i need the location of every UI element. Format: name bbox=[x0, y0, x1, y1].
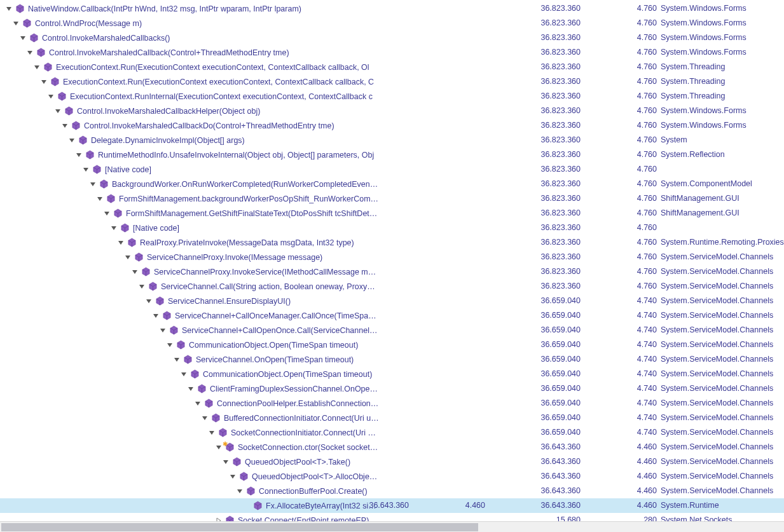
function-name: ServiceChannel.OnOpen(TimeSpan timeout) bbox=[196, 355, 354, 364]
tree-row[interactable]: ServiceChannelProxy.Invoke(IMessage mess… bbox=[0, 250, 784, 264]
scrollbar-thumb[interactable] bbox=[1, 523, 478, 531]
collapse-toggle-icon[interactable] bbox=[166, 341, 174, 349]
tree-row[interactable]: Control.InvokeMarshaledCallbacks()36.823… bbox=[0, 31, 784, 45]
tree-row[interactable]: BackgroundWorker.OnRunWorkerCompleted(Ru… bbox=[0, 177, 784, 191]
collapse-toggle-icon[interactable] bbox=[26, 49, 34, 57]
collapse-toggle-icon[interactable] bbox=[82, 166, 90, 174]
metric-c2 bbox=[409, 31, 485, 45]
collapse-toggle-icon[interactable] bbox=[33, 64, 41, 71]
collapse-toggle-icon[interactable] bbox=[89, 181, 97, 188]
tree-row[interactable]: FormShiftManagement.backgroundWorkerPosO… bbox=[0, 191, 784, 206]
metric-c1 bbox=[333, 323, 409, 338]
collapse-toggle-icon[interactable] bbox=[5, 5, 13, 13]
metric-c1 bbox=[333, 396, 409, 411]
metric-c1 bbox=[333, 89, 409, 104]
tree-row[interactable]: QueuedObjectPool<T>.AllocObjects()36.643… bbox=[0, 469, 784, 484]
metric-c4: 4.460 bbox=[581, 498, 657, 513]
metric-c2 bbox=[409, 221, 485, 235]
tree-row[interactable]: ServiceChannel.Call(String action, Boole… bbox=[0, 279, 784, 294]
metric-c4: 4.760 bbox=[581, 133, 657, 147]
tree-row[interactable]: ServiceChannel+CallOpenOnce.Call(Service… bbox=[0, 323, 784, 338]
metric-c4: 4.740 bbox=[581, 396, 657, 411]
collapse-toggle-icon[interactable] bbox=[19, 34, 27, 42]
tree-row[interactable]: RuntimeMethodInfo.UnsafeInvokeInternal(O… bbox=[0, 147, 784, 162]
collapse-toggle-icon[interactable] bbox=[68, 137, 76, 144]
metric-c4: 4.760 bbox=[581, 264, 657, 279]
metric-c4: 4.740 bbox=[581, 411, 657, 425]
namespace: System.ServiceModel.Channels bbox=[661, 454, 784, 469]
method-icon bbox=[239, 472, 249, 482]
tree-row[interactable]: Control.InvokeMarshaledCallbackDo(Contro… bbox=[0, 118, 784, 133]
tree-row[interactable]: Delegate.DynamicInvokeImpl(Object[] args… bbox=[0, 133, 784, 147]
horizontal-scrollbar[interactable] bbox=[0, 521, 784, 532]
tree-row[interactable]: ExecutionContext.RunInternal(ExecutionCo… bbox=[0, 89, 784, 104]
metric-c4: 4.760 bbox=[581, 60, 657, 74]
method-icon bbox=[169, 325, 179, 336]
namespace: System.ServiceModel.Channels bbox=[661, 469, 784, 484]
tree-row[interactable]: CommunicationObject.Open(TimeSpan timeou… bbox=[0, 367, 784, 381]
collapse-toggle-icon[interactable] bbox=[131, 268, 139, 276]
collapse-toggle-icon[interactable] bbox=[40, 78, 48, 86]
metric-c1 bbox=[333, 74, 409, 89]
metric-c2 bbox=[409, 352, 485, 367]
metric-c2: 4.460 bbox=[409, 498, 485, 513]
collapse-toggle-icon[interactable] bbox=[12, 20, 20, 27]
collapse-toggle-icon[interactable] bbox=[187, 385, 195, 393]
tree-row[interactable]: ConnectionBufferPool.Create()36.643.3604… bbox=[0, 484, 784, 498]
metric-c4: 4.760 bbox=[581, 177, 657, 191]
tree-row[interactable]: Control.InvokeMarshaledCallback(Control+… bbox=[0, 45, 784, 60]
collapse-toggle-icon[interactable] bbox=[75, 151, 83, 159]
tree-row[interactable]: Control.InvokeMarshaledCallbackHelper(Ob… bbox=[0, 104, 784, 118]
collapse-toggle-icon[interactable] bbox=[208, 429, 216, 437]
collapse-toggle-icon[interactable] bbox=[54, 107, 62, 115]
collapse-toggle-icon[interactable] bbox=[180, 371, 188, 378]
tree-row[interactable]: Control.WndProc(Message m)36.823.3604.76… bbox=[0, 16, 784, 31]
collapse-toggle-icon[interactable] bbox=[145, 297, 153, 305]
tree-row[interactable]: ServiceChannel.OnOpen(TimeSpan timeout)3… bbox=[0, 352, 784, 367]
collapse-toggle-icon[interactable] bbox=[194, 400, 202, 407]
namespace: System.ServiceModel.Channels bbox=[661, 352, 784, 367]
collapse-toggle-icon[interactable] bbox=[152, 312, 160, 320]
tree-row[interactable]: CommunicationObject.Open(TimeSpan timeou… bbox=[0, 338, 784, 352]
tree-row[interactable]: SocketConnectionInitiator.Connect(Uri ur… bbox=[0, 425, 784, 440]
collapse-toggle-icon[interactable] bbox=[236, 488, 244, 495]
collapse-toggle-icon[interactable] bbox=[47, 93, 55, 100]
collapse-toggle-icon[interactable] bbox=[201, 414, 209, 422]
tree-row[interactable]: NativeWindow.Callback(IntPtr hWnd, Int32… bbox=[0, 1, 784, 16]
metric-c2 bbox=[409, 133, 485, 147]
tree-row[interactable]: Fx.AllocateByteArray(Int32 size)36.643.3… bbox=[0, 498, 784, 513]
tree-row[interactable]: FormShiftManagement.GetShiftFinalStateTe… bbox=[0, 206, 784, 221]
tree-row[interactable]: ClientFramingDuplexSessionChannel.OnOpen… bbox=[0, 381, 784, 396]
collapse-toggle-icon[interactable] bbox=[229, 473, 237, 481]
tree-row[interactable]: RealProxy.PrivateInvoke(MessageData msgD… bbox=[0, 235, 784, 250]
tree-row[interactable]: ✱SocketConnection.ctor(Socket socket, Co… bbox=[0, 440, 784, 454]
collapse-toggle-icon[interactable] bbox=[159, 327, 167, 334]
collapse-toggle-icon[interactable] bbox=[61, 122, 69, 130]
collapse-toggle-icon[interactable] bbox=[110, 224, 118, 232]
collapse-toggle-icon[interactable] bbox=[173, 356, 181, 364]
metric-c1 bbox=[333, 279, 409, 294]
tree-row[interactable]: ServiceChannelProxy.InvokeService(IMetho… bbox=[0, 264, 784, 279]
tree-row[interactable]: QueuedObjectPool<T>.Take()36.643.3604.46… bbox=[0, 454, 784, 469]
collapse-toggle-icon[interactable] bbox=[124, 254, 132, 261]
collapse-toggle-icon[interactable] bbox=[117, 239, 125, 247]
metric-c4: 4.760 bbox=[581, 162, 657, 177]
tree-row[interactable]: BufferedConnectionInitiator.Connect(Uri … bbox=[0, 411, 784, 425]
tree-row[interactable]: ExecutionContext.Run(ExecutionContext ex… bbox=[0, 74, 784, 89]
function-name: Control.InvokeMarshaledCallbacks() bbox=[42, 34, 170, 43]
method-icon bbox=[253, 501, 263, 511]
tree-row[interactable]: [Native code]36.823.3604.760 bbox=[0, 162, 784, 177]
collapse-toggle-icon[interactable] bbox=[138, 283, 146, 290]
tree-row[interactable]: [Native code]36.823.3604.760 bbox=[0, 221, 784, 235]
function-name: Control.WndProc(Message m) bbox=[35, 19, 142, 28]
tree-row[interactable]: ConnectionPoolHelper.EstablishConnection… bbox=[0, 396, 784, 411]
tree-row[interactable]: ServiceChannel.EnsureDisplayUI()36.659.0… bbox=[0, 294, 784, 308]
metric-c4: 4.760 bbox=[581, 45, 657, 60]
collapse-toggle-icon[interactable] bbox=[222, 458, 230, 466]
tree-row[interactable]: ServiceChannel+CallOnceManager.CallOnce(… bbox=[0, 308, 784, 323]
call-tree[interactable]: NativeWindow.Callback(IntPtr hWnd, Int32… bbox=[0, 0, 784, 528]
tree-row[interactable]: ExecutionContext.Run(ExecutionContext ex… bbox=[0, 60, 784, 74]
collapse-toggle-icon[interactable] bbox=[215, 444, 223, 451]
collapse-toggle-icon[interactable] bbox=[103, 210, 111, 217]
collapse-toggle-icon[interactable] bbox=[96, 195, 104, 203]
